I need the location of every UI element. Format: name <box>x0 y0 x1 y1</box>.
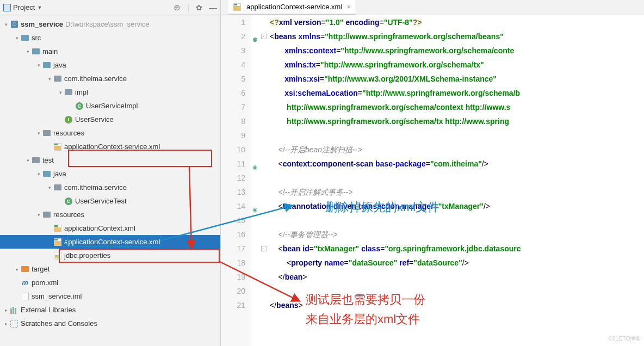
editor-panel: applicationContext-service.xml × 1234567… <box>221 0 644 346</box>
code-line[interactable]: xmlns:xsi="http://www.w3.org/2001/XMLSch… <box>270 72 644 86</box>
gear-icon[interactable]: ✿ <box>196 3 202 12</box>
xml-icon <box>53 143 62 151</box>
expand-icon[interactable]: ▾ <box>13 35 21 41</box>
tree-item-userservice[interactable]: IUserService <box>0 113 220 126</box>
tree-item-label: pom.xml <box>32 279 58 287</box>
code-line[interactable] <box>270 171 644 185</box>
expand-icon[interactable]: ▾ <box>46 76 53 82</box>
tree-item-applicationcontext-service-xml[interactable]: applicationContext-service.xml <box>0 235 220 249</box>
tree-item-applicationcontext-service-xml[interactable]: applicationContext-service.xml <box>0 140 220 153</box>
expand-icon[interactable]: ▾ <box>24 49 32 54</box>
target-icon[interactable]: ⊕ <box>174 3 181 13</box>
xml-icon <box>53 224 62 233</box>
code-line[interactable]: xmlns:context="http://www.springframewor… <box>270 44 644 58</box>
project-label: Project <box>13 3 35 11</box>
expand-icon[interactable]: ▾ <box>35 63 42 68</box>
tree-item-label: java <box>53 61 66 69</box>
expand-icon[interactable]: ▾ <box>35 212 42 218</box>
chevron-down-icon: ▼ <box>37 5 42 10</box>
tree-item-label: ssm_service.iml <box>32 292 82 300</box>
code-line[interactable] <box>270 213 644 227</box>
tree-item-target[interactable]: ▸target <box>0 262 220 276</box>
tree-item-label: test <box>42 156 54 164</box>
expand-icon[interactable]: ▸ <box>2 321 10 326</box>
tree-item-com-itheima-service[interactable]: ▾com.itheima.service <box>0 181 220 194</box>
tree-item-resources[interactable]: ▾resources <box>0 208 220 221</box>
code-line[interactable]: <?xml version="1.0" encoding="UTF-8"?> <box>270 15 644 29</box>
tree-item-label: target <box>32 265 49 273</box>
tab-applicationcontext-service[interactable]: applicationContext-service.xml × <box>228 0 355 15</box>
code-line[interactable]: <!--事务管理器--> <box>270 227 644 242</box>
tree-item-label: jdbc.properties <box>64 251 110 260</box>
code-area[interactable]: 123456789101112131415161718192021 ⚈◉◉ --… <box>221 15 644 346</box>
expand-icon[interactable]: ▾ <box>24 158 32 163</box>
tree-item-test[interactable]: ▾test <box>0 153 220 167</box>
project-dropdown[interactable]: Project ▼ <box>3 3 42 11</box>
tree-item-scratches-and-consoles[interactable]: ▸Scratches and Consoles <box>0 317 220 330</box>
expand-icon[interactable]: ▸ <box>13 267 21 272</box>
watermark: ©51CTO博客 <box>609 335 641 343</box>
tree-item-java[interactable]: ▾java <box>0 58 220 72</box>
code-line[interactable]: <!--开启bean注解扫描--> <box>270 143 644 157</box>
tree-item-com-itheima-service[interactable]: ▾com.itheima.service <box>0 72 220 85</box>
code-line[interactable]: <context:component-scan base-package="co… <box>270 157 644 171</box>
tree-item-ssm-service[interactable]: ▾ssm_serviceD:\workspace\ssm_service <box>0 17 220 31</box>
tree-item-resources[interactable]: ▾resources <box>0 126 220 140</box>
tree-item-impl[interactable]: ▾impl <box>0 85 220 99</box>
code-line[interactable]: <beans xmlns="http://www.springframework… <box>270 29 644 44</box>
folder-blue-icon <box>42 61 51 70</box>
tree-item-label: impl <box>75 88 88 96</box>
project-icon <box>3 4 11 11</box>
code-line[interactable] <box>270 128 644 143</box>
code-line[interactable]: xsi:schemaLocation="http://www.springfra… <box>270 86 644 100</box>
expand-icon[interactable]: ▾ <box>2 22 10 27</box>
expand-icon[interactable]: ▾ <box>35 171 42 177</box>
yml-icon <box>53 251 62 260</box>
expand-icon[interactable]: ▾ <box>46 185 53 190</box>
code-line[interactable]: </beans> <box>270 298 644 312</box>
tree-item-pom-xml[interactable]: mpom.xml <box>0 276 220 289</box>
folder-blue-icon <box>32 47 40 56</box>
tree-item-main[interactable]: ▾main <box>0 45 220 58</box>
code-line[interactable]: http://www.springframework.org/schema/tx… <box>270 114 644 128</box>
fold-column[interactable]: -- <box>261 15 268 346</box>
tree-item-userservicetest[interactable]: CUserServiceTest <box>0 194 220 208</box>
code-line[interactable]: xmlns:tx="http://www.springframework.org… <box>270 58 644 72</box>
xml-icon <box>53 238 62 246</box>
code-line[interactable]: <!--开启注解式事务--> <box>270 185 644 199</box>
tree-item-ssm-service-iml[interactable]: ssm_service.iml <box>0 289 220 303</box>
project-tree[interactable]: ▾ssm_serviceD:\workspace\ssm_service▾src… <box>0 15 220 346</box>
code-line[interactable]: </bean> <box>270 270 644 284</box>
sidebar-header: Project ▼ ⊕ | ✿ — <box>0 0 220 15</box>
tree-item-label: com.itheima.service <box>64 75 127 83</box>
tree-item-label: UserService <box>75 115 114 123</box>
expand-icon[interactable]: ▾ <box>57 90 64 95</box>
expand-icon[interactable]: ▸ <box>2 307 10 313</box>
line-gutter: 123456789101112131415161718192021 <box>221 15 251 346</box>
tree-item-external-libraries[interactable]: ▸External Libraries <box>0 303 220 317</box>
tree-item-label: main <box>42 47 58 55</box>
folder-icon <box>42 211 51 219</box>
minimize-icon[interactable]: — <box>209 3 217 12</box>
tree-item-src[interactable]: ▾src <box>0 31 220 45</box>
code-line[interactable]: <property name="dataSource" ref="dataSou… <box>270 256 644 270</box>
tree-item-jdbc-properties[interactable]: jdbc.properties <box>0 249 220 262</box>
tree-item-java[interactable]: ▾java <box>0 167 220 181</box>
close-icon[interactable]: × <box>346 3 351 11</box>
tree-item-label: resources <box>53 129 84 137</box>
tree-item-label: applicationContext-service.xml <box>64 143 160 151</box>
code-line[interactable]: http://www.springframework.org/schema/co… <box>270 100 644 114</box>
code-line[interactable]: <bean id="txManager" class="org.springfr… <box>270 242 644 256</box>
code-line[interactable]: <tx:annotation-driven transaction-manage… <box>270 199 644 213</box>
expand-icon[interactable]: ▾ <box>35 131 42 136</box>
tree-item-label: UserServiceTest <box>75 197 127 205</box>
folder-blue-icon <box>42 170 51 178</box>
tree-item-userserviceimpl[interactable]: CUserServiceImpl <box>0 99 220 113</box>
class-c-icon: C <box>75 102 84 110</box>
code-line[interactable] <box>270 284 644 298</box>
scratch-icon <box>10 319 18 328</box>
code-content[interactable]: <?xml version="1.0" encoding="UTF-8"?><b… <box>268 15 644 346</box>
tree-item-applicationcontext-xml[interactable]: applicationContext.xml <box>0 221 220 235</box>
tree-item-label: java <box>53 170 66 178</box>
tab-bar: applicationContext-service.xml × <box>221 0 644 15</box>
